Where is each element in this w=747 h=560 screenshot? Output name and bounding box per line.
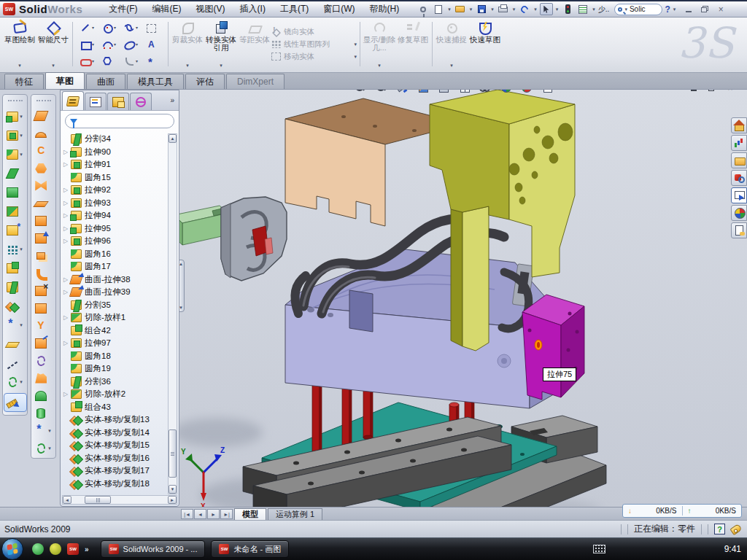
- wrap-button[interactable]: ▾: [4, 222, 27, 238]
- save-icon[interactable]: [475, 3, 488, 15]
- expand-arrow[interactable]: ▷: [63, 340, 71, 346]
- taskpane-design-library-button[interactable]: [731, 152, 747, 168]
- fill-surface-button[interactable]: ▾: [32, 354, 55, 368]
- open-icon[interactable]: [454, 3, 467, 15]
- move-copy-body-button[interactable]: ▾: [4, 298, 27, 314]
- tree-item[interactable]: ▷ 圆角15: [62, 171, 167, 184]
- taskpane-appearances-button[interactable]: [731, 205, 747, 221]
- section-view-button[interactable]: ▾: [417, 90, 433, 93]
- revolved-surface-button[interactable]: ▾: [32, 126, 55, 140]
- featuremanager-tab[interactable]: [62, 91, 84, 110]
- menu-item[interactable]: 插入(I): [233, 1, 273, 17]
- document-tab[interactable]: 模型: [234, 508, 266, 520]
- extruded-cut-button[interactable]: ▾: [4, 128, 27, 143]
- 3d-model[interactable]: Y Z X: [179, 90, 747, 507]
- view-orientation-button[interactable]: ▾: [459, 90, 475, 93]
- tree-item[interactable]: ▷ 实体-移动/复制16: [62, 452, 167, 465]
- menu-item[interactable]: 文件(F): [101, 1, 144, 17]
- selection-filter-icon[interactable]: [561, 3, 574, 15]
- network-speed-widget[interactable]: ↓ 0KB/S ↑ 0KB/S: [622, 504, 742, 518]
- command-tab[interactable]: 曲面: [86, 74, 125, 89]
- antivirus-button[interactable]: [610, 544, 620, 554]
- undo-icon[interactable]: [518, 3, 531, 15]
- rapid-sketch-button[interactable]: 快速草图: [468, 19, 502, 69]
- tree-item[interactable]: ▷ 拉伸95: [62, 222, 167, 236]
- split-button[interactable]: ▾: [4, 279, 27, 295]
- axis-button[interactable]: ▾: [4, 355, 27, 370]
- section-tool-button[interactable]: ▾: [396, 90, 412, 93]
- panel-splitter[interactable]: ▲▼: [179, 260, 185, 312]
- quick-launch-messenger-icon[interactable]: [32, 543, 44, 555]
- tree-item[interactable]: ▷ 分割35: [62, 299, 167, 312]
- tree-item[interactable]: ▷ 切除-放样2: [62, 388, 167, 401]
- point-button[interactable]: ▾: [142, 52, 164, 69]
- menu-item[interactable]: 窗口(W): [316, 1, 362, 17]
- slot-button[interactable]: ▾: [77, 52, 98, 69]
- menu-item[interactable]: 视图(V): [189, 1, 233, 17]
- circle-button[interactable]: ▾: [98, 19, 120, 36]
- tree-item[interactable]: ▷ 实体-移动/复制18: [62, 478, 167, 491]
- extruded-surface-button[interactable]: ▾: [32, 109, 55, 122]
- tab-nav-button[interactable]: |◄: [181, 509, 193, 519]
- doc-close-button[interactable]: ×: [724, 90, 737, 93]
- taskpane-view-palette-button[interactable]: [731, 187, 747, 203]
- smart-dimension-button[interactable]: 智能尺寸 ▾: [36, 19, 70, 69]
- lofted-surface-button[interactable]: ▾: [32, 161, 55, 175]
- tree-horizontal-scrollbar[interactable]: ◄ ►: [62, 495, 177, 505]
- selection-box-button[interactable]: ▾: [142, 19, 164, 36]
- curve-button[interactable]: ▾: [4, 374, 27, 389]
- view-settings-button[interactable]: ▾: [542, 90, 558, 93]
- taskbar-clock[interactable]: 9:41: [724, 544, 741, 554]
- reference-point-button[interactable]: ▾: [4, 317, 27, 332]
- rectangle-button[interactable]: ▾: [77, 36, 98, 52]
- tree-item[interactable]: ▷ 圆角19: [62, 362, 167, 376]
- radiate-surface-button[interactable]: ▾: [32, 371, 55, 385]
- text-button[interactable]: ▾: [142, 36, 164, 52]
- mid-surface-button[interactable]: ▾: [32, 249, 55, 262]
- extruded-boss-button[interactable]: ▾: [4, 109, 27, 124]
- new-document-icon[interactable]: [432, 3, 445, 15]
- display-delete-relations-button[interactable]: 显示/删除几... ▾: [363, 19, 396, 69]
- sketch-fillet-button[interactable]: ▾: [120, 52, 142, 69]
- dimxpertmanager-tab[interactable]: [130, 93, 152, 110]
- repair-sketch-button[interactable]: 修复草图: [396, 19, 430, 69]
- apply-scene-button[interactable]: ▾: [521, 90, 537, 93]
- tree-item[interactable]: ▷ 实体-移动/复制15: [62, 439, 167, 452]
- tree-vertical-scrollbar[interactable]: ▲ ▼: [168, 133, 177, 494]
- doc-restore-button[interactable]: [705, 90, 719, 93]
- rib-button[interactable]: ▾: [4, 166, 27, 181]
- point2-button[interactable]: ▾: [32, 424, 55, 438]
- convert-entities-button[interactable]: 转换实体引用 ▾: [204, 19, 238, 69]
- planar-surface-button[interactable]: ▾: [32, 196, 55, 210]
- messenger-button[interactable]: [707, 544, 717, 554]
- shell-button[interactable]: ▾: [4, 184, 27, 200]
- options-list-icon[interactable]: [576, 3, 589, 15]
- tree-item[interactable]: ▷ 拉伸93: [62, 197, 167, 210]
- taskpane-file-explorer-button[interactable]: [731, 170, 747, 186]
- close-button[interactable]: ×: [714, 4, 727, 15]
- tree-item[interactable]: ▷ 拉伸92: [62, 184, 167, 197]
- tree-item[interactable]: ▷ 实体-移动/复制13: [62, 413, 167, 427]
- graphics-viewport[interactable]: Y Z X ▾ ▾ ▾ ▾: [179, 90, 747, 507]
- tree-item[interactable]: ▷ 拉伸91: [62, 158, 167, 171]
- tab-nav-button[interactable]: ◄: [194, 509, 206, 519]
- swept-surface-button[interactable]: ▾: [32, 144, 55, 158]
- polygon-button[interactable]: ▾: [98, 52, 120, 69]
- scrollbar-thumb[interactable]: [169, 429, 177, 478]
- truncated-toolbar-label[interactable]: 少..: [598, 4, 610, 15]
- untrim-surface-button[interactable]: ▾: [32, 301, 55, 315]
- tree-item[interactable]: ▷ 曲面-拉伸39: [62, 286, 167, 299]
- help-icon[interactable]: ?: [665, 4, 670, 15]
- tree-item[interactable]: ▷ 圆角16: [62, 248, 167, 261]
- fillet-button[interactable]: ▾: [4, 147, 27, 162]
- pin-icon[interactable]: [417, 3, 430, 15]
- tree-item[interactable]: ▷ 拉伸90: [62, 146, 167, 159]
- menu-item[interactable]: 编辑(E): [145, 1, 189, 17]
- expand-arrow[interactable]: ▷: [63, 187, 71, 193]
- tree-item[interactable]: ▷ 拉伸97: [62, 337, 167, 350]
- minimize-button[interactable]: [682, 4, 695, 15]
- extend-surface-button[interactable]: ▾: [32, 266, 55, 280]
- boundary-surface-button[interactable]: ▾: [32, 179, 55, 192]
- configurationmanager-tab[interactable]: [107, 93, 129, 110]
- task-button[interactable]: SW 未命名 - 画图: [211, 540, 289, 558]
